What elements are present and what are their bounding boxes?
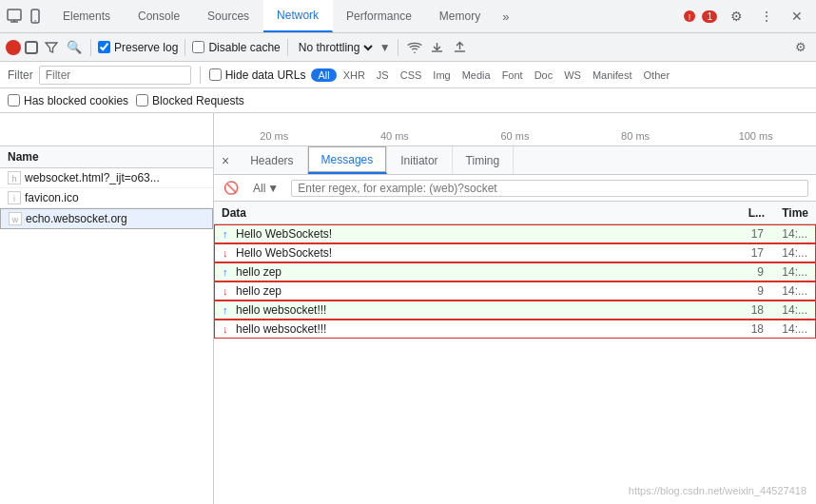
- hide-data-urls-label[interactable]: Hide data URLs: [209, 68, 306, 82]
- timeline-header: 20 ms 40 ms 60 ms 80 ms 100 ms: [0, 113, 816, 146]
- msg-time-3: 14:...: [769, 284, 807, 298]
- stop-button[interactable]: [25, 41, 38, 54]
- filter-type-manifest[interactable]: Manifest: [588, 68, 637, 82]
- disable-cache-label[interactable]: Disable cache: [192, 41, 280, 54]
- blocked-bar: Has blocked cookies Blocked Requests: [0, 88, 816, 113]
- filter-bar: Filter Hide data URLs All XHR JS CSS Img…: [0, 62, 816, 88]
- panel-close-btn[interactable]: ×: [214, 153, 237, 168]
- import-icon[interactable]: [428, 38, 447, 57]
- settings-icon[interactable]: ⚙: [725, 5, 748, 28]
- filter-type-js[interactable]: JS: [372, 68, 394, 82]
- file-icon-2: w: [9, 212, 22, 225]
- msg-time-5: 14:...: [769, 322, 807, 336]
- msg-text-1: Hello WebSockets!: [236, 246, 741, 260]
- preserve-log-checkbox[interactable]: [98, 41, 110, 53]
- filter-type-xhr[interactable]: XHR: [339, 68, 370, 82]
- record-button[interactable]: [6, 40, 21, 55]
- panel-tab-initiator[interactable]: Initiator: [387, 146, 452, 174]
- msg-len-3: 9: [741, 284, 769, 298]
- filter-type-img[interactable]: Img: [428, 68, 455, 82]
- tab-performance[interactable]: Performance: [333, 0, 426, 32]
- network-item-0[interactable]: h websocket.html?_ijt=o63...: [0, 168, 213, 188]
- toolbar-sep-4: [398, 39, 398, 56]
- panel-tab-timing[interactable]: Timing: [453, 146, 515, 174]
- filter-label: Filter: [8, 68, 33, 82]
- panel-tab-messages[interactable]: Messages: [308, 146, 388, 174]
- svg-text:!: !: [689, 12, 691, 22]
- timeline-mark-4: 80 ms: [575, 130, 696, 142]
- has-blocked-cookies-label[interactable]: Has blocked cookies: [8, 94, 128, 107]
- filter-type-ws[interactable]: WS: [559, 68, 586, 82]
- more-tabs-btn[interactable]: »: [495, 0, 516, 32]
- msg-text-4: hello websocket!!!: [236, 303, 741, 317]
- filter-icon[interactable]: [42, 38, 61, 57]
- network-toolbar: 🔍 Preserve log Disable cache No throttli…: [0, 33, 816, 62]
- filter-type-font[interactable]: Font: [497, 68, 528, 82]
- more-options-icon[interactable]: ⋮: [755, 5, 778, 28]
- msg-block-icon[interactable]: 🚫: [222, 179, 241, 198]
- tab-memory[interactable]: Memory: [426, 0, 495, 32]
- panel-tab-headers[interactable]: Headers: [237, 146, 307, 174]
- toolbar-sep-1: [90, 39, 91, 56]
- tab-elements[interactable]: Elements: [49, 0, 125, 32]
- msg-row-5: ↓ hello websocket!!! 18 14:...: [214, 320, 816, 339]
- mobile-icon[interactable]: [27, 8, 44, 25]
- search-icon[interactable]: 🔍: [65, 38, 84, 57]
- msg-text-3: hello zep: [236, 284, 741, 298]
- msg-len-1: 17: [741, 246, 769, 260]
- blocked-requests-checkbox[interactable]: [136, 94, 148, 107]
- panel-tabs: × Headers Messages Initiator Timing: [214, 146, 816, 175]
- tab-bar-icons: [0, 0, 49, 32]
- network-list-header: Name: [0, 146, 213, 168]
- blocked-requests-label[interactable]: Blocked Requests: [136, 94, 244, 107]
- watermark: https://blog.csdn.net/weixin_44527418: [629, 485, 806, 496]
- msg-arrow-1: ↓: [223, 247, 232, 259]
- file-icon-0: h: [8, 171, 21, 184]
- msg-time-1: 14:...: [769, 246, 807, 260]
- network-settings-icon[interactable]: ⚙: [791, 38, 810, 57]
- toolbar-sep-3: [287, 39, 288, 56]
- msg-row-4: ↑ hello websocket!!! 18 14:...: [214, 300, 816, 320]
- msg-time-2: 14:...: [769, 265, 807, 279]
- wifi-icon[interactable]: [405, 38, 424, 57]
- network-item-2[interactable]: w echo.websocket.org: [0, 208, 213, 229]
- tab-sources[interactable]: Sources: [194, 0, 263, 32]
- preserve-log-label[interactable]: Preserve log: [98, 41, 178, 54]
- export-icon[interactable]: [451, 38, 470, 57]
- msg-filter-input[interactable]: [291, 180, 808, 197]
- network-item-1[interactable]: i favicon.ico: [0, 188, 213, 208]
- filter-type-other[interactable]: Other: [639, 68, 675, 82]
- close-devtools-icon[interactable]: ✕: [786, 5, 808, 28]
- messages-table-header: Data L... Time: [214, 202, 816, 224]
- msg-row-2: ↑ hello zep 9 14:...: [214, 262, 816, 281]
- filter-input[interactable]: [39, 66, 191, 85]
- hide-data-urls-checkbox[interactable]: [209, 68, 222, 81]
- msg-time-4: 14:...: [769, 303, 807, 317]
- left-panel: Name h websocket.html?_ijt=o63... i favi…: [0, 146, 214, 504]
- msg-arrow-5: ↓: [223, 323, 232, 335]
- main-content: Name h websocket.html?_ijt=o63... i favi…: [0, 146, 816, 504]
- error-badge-container: ! 1: [683, 10, 717, 23]
- toolbar-sep-2: [185, 39, 185, 56]
- tab-console[interactable]: Console: [125, 0, 194, 32]
- timeline-mark-3: 60 ms: [455, 130, 575, 142]
- filter-type-doc[interactable]: Doc: [530, 68, 558, 82]
- tab-bar-right: ! 1 ⚙ ⋮ ✕: [675, 0, 816, 32]
- file-icon-1: i: [8, 191, 21, 204]
- inspect-icon[interactable]: [6, 8, 23, 25]
- throttle-select[interactable]: No throttling: [295, 40, 376, 55]
- msg-len-0: 17: [741, 227, 769, 241]
- svg-point-2: [34, 20, 36, 22]
- msg-filter-all-btn[interactable]: All ▼: [246, 180, 285, 197]
- filter-sep: [200, 67, 201, 84]
- svg-rect-0: [8, 10, 21, 20]
- msg-arrow-2: ↑: [223, 266, 232, 278]
- has-blocked-cookies-checkbox[interactable]: [8, 94, 20, 107]
- disable-cache-checkbox[interactable]: [192, 41, 204, 53]
- filter-type-css[interactable]: CSS: [396, 68, 427, 82]
- filter-type-all[interactable]: All: [311, 68, 336, 82]
- filter-type-media[interactable]: Media: [457, 68, 495, 82]
- tab-network[interactable]: Network: [263, 0, 333, 32]
- msg-row-3: ↓ hello zep 9 14:...: [214, 281, 816, 300]
- msg-row-0: ↑ Hello WebSockets! 17 14:...: [214, 224, 816, 243]
